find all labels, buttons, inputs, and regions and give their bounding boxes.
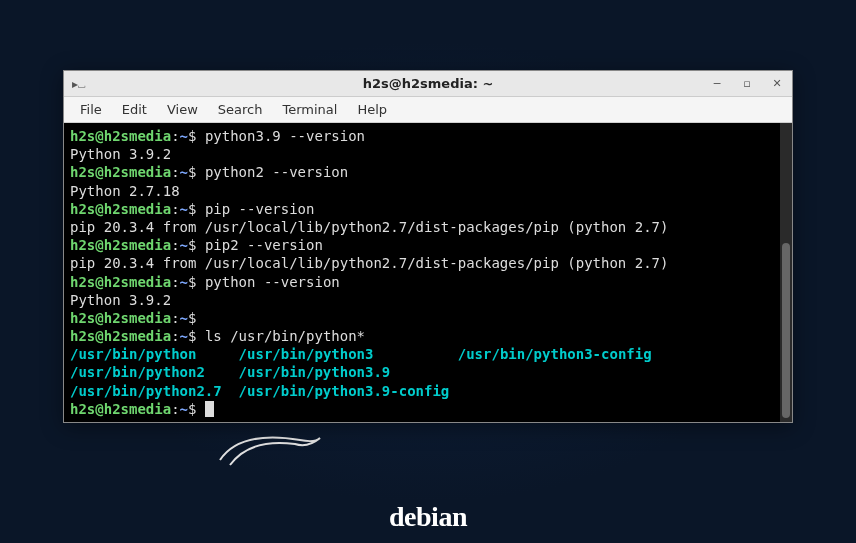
prompt-sep: : (171, 274, 179, 290)
prompt-sep: : (171, 310, 179, 326)
prompt-symbol: $ (188, 328, 196, 344)
prompt-user: h2s@h2smedia (70, 237, 171, 253)
prompt-sep: : (171, 401, 179, 417)
ls-entry: /usr/bin/python2.7 (70, 383, 222, 399)
ls-entry: /usr/bin/python (70, 346, 196, 362)
prompt-path: ~ (180, 164, 188, 180)
output-line: pip 20.3.4 from /usr/local/lib/python2.7… (70, 218, 786, 236)
prompt-user: h2s@h2smedia (70, 164, 171, 180)
prompt-symbol: $ (188, 128, 196, 144)
debian-logo-text: debian (389, 501, 467, 533)
prompt-symbol: $ (188, 274, 196, 290)
prompt-sep: : (171, 201, 179, 217)
ls-entry: /usr/bin/python3 (239, 346, 374, 362)
menu-view[interactable]: View (157, 98, 208, 121)
prompt-user: h2s@h2smedia (70, 128, 171, 144)
prompt-path: ~ (180, 274, 188, 290)
ls-entry: /usr/bin/python3-config (458, 346, 652, 362)
prompt-path: ~ (180, 128, 188, 144)
menu-file[interactable]: File (70, 98, 112, 121)
gap (222, 383, 239, 399)
output-line: Python 3.9.2 (70, 291, 786, 309)
command-line: python2 --version (205, 164, 348, 180)
menubar: File Edit View Search Terminal Help (64, 97, 792, 123)
prompt-user: h2s@h2smedia (70, 310, 171, 326)
prompt-sep: : (171, 237, 179, 253)
minimize-button[interactable]: ─ (710, 77, 724, 91)
prompt-user: h2s@h2smedia (70, 401, 171, 417)
window-title: h2s@h2smedia: ~ (64, 76, 792, 91)
terminal-content[interactable]: h2s@h2smedia:~$ python3.9 --versionPytho… (70, 127, 786, 418)
prompt-sep: : (171, 328, 179, 344)
prompt-symbol: $ (188, 164, 196, 180)
ls-entry: /usr/bin/python2 (70, 364, 205, 380)
menu-help[interactable]: Help (347, 98, 397, 121)
maximize-button[interactable]: ▫ (740, 77, 754, 91)
prompt-user: h2s@h2smedia (70, 201, 171, 217)
gap (196, 346, 238, 362)
command-line: python3.9 --version (205, 128, 365, 144)
command-line: pip2 --version (205, 237, 323, 253)
command-line: pip --version (205, 201, 315, 217)
ls-entry: /usr/bin/python3.9 (239, 364, 391, 380)
output-line: Python 3.9.2 (70, 145, 786, 163)
prompt-symbol: $ (188, 310, 196, 326)
prompt-user: h2s@h2smedia (70, 328, 171, 344)
prompt-path: ~ (180, 401, 188, 417)
gap (373, 346, 457, 362)
menu-terminal[interactable]: Terminal (272, 98, 347, 121)
terminal-body[interactable]: h2s@h2smedia:~$ python3.9 --versionPytho… (64, 123, 792, 422)
prompt-user: h2s@h2smedia (70, 274, 171, 290)
terminal-window: ▸⎵ h2s@h2smedia: ~ ─ ▫ ✕ File Edit View … (63, 70, 793, 423)
output-line: Python 2.7.18 (70, 182, 786, 200)
prompt-sep: : (171, 128, 179, 144)
prompt-symbol: $ (188, 201, 196, 217)
prompt-path: ~ (180, 237, 188, 253)
close-button[interactable]: ✕ (770, 77, 784, 91)
prompt-sep: : (171, 164, 179, 180)
prompt-symbol: $ (188, 237, 196, 253)
prompt-symbol: $ (188, 401, 196, 417)
gap (205, 364, 239, 380)
menu-search[interactable]: Search (208, 98, 273, 121)
prompt-path: ~ (180, 328, 188, 344)
command-line: python --version (205, 274, 340, 290)
menu-edit[interactable]: Edit (112, 98, 157, 121)
prompt-path: ~ (180, 310, 188, 326)
prompt-path: ~ (180, 201, 188, 217)
titlebar[interactable]: ▸⎵ h2s@h2smedia: ~ ─ ▫ ✕ (64, 71, 792, 97)
ls-entry: /usr/bin/python3.9-config (239, 383, 450, 399)
output-line: pip 20.3.4 from /usr/local/lib/python2.7… (70, 254, 786, 272)
terminal-app-icon: ▸⎵ (72, 77, 86, 91)
scrollbar-thumb[interactable] (782, 243, 790, 418)
cursor-icon (205, 401, 214, 417)
terminal-scrollbar[interactable] (780, 123, 792, 422)
command-line: ls /usr/bin/python* (205, 328, 365, 344)
